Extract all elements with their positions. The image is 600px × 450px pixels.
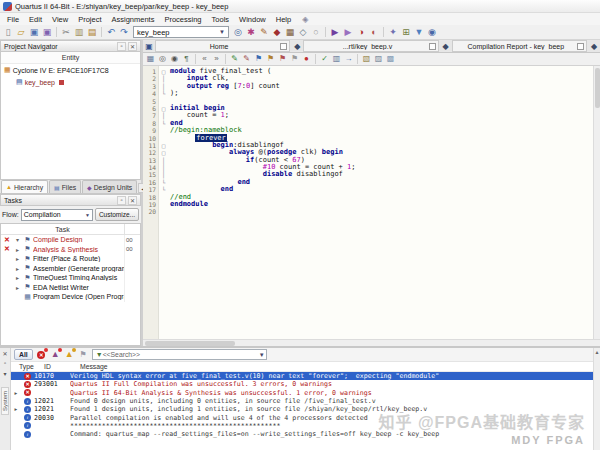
menu-item-tools[interactable]: Tools: [207, 15, 235, 24]
info-filter-icon[interactable]: ⚑: [78, 349, 89, 360]
critical-warning-filter-icon[interactable]: ▲: [50, 349, 61, 360]
expander-icon[interactable]: ▸: [13, 274, 22, 281]
tab-files[interactable]: ▤Files: [49, 180, 81, 193]
bookmark-clear-icon[interactable]: ⚑: [289, 54, 300, 65]
document-tab[interactable]: Home: [155, 40, 290, 52]
message-row[interactable]: i***************************************…: [11, 422, 593, 430]
copy-icon[interactable]: ▥: [73, 26, 85, 38]
cut-icon[interactable]: ✂: [60, 26, 72, 38]
entity-combobox[interactable]: key_beep ▼: [133, 26, 229, 38]
save-all-icon[interactable]: ▣: [41, 26, 53, 38]
message-search-combobox[interactable]: ▼ <<Search>> ▼: [92, 349, 267, 360]
dock-icon[interactable]: ▾: [1, 369, 10, 377]
code-line[interactable]: count = 1;: [170, 112, 593, 119]
message-row[interactable]: ✕10170Verilog HDL syntax error at five_f…: [11, 372, 593, 380]
syntax-check-icon[interactable]: ✓: [319, 54, 330, 65]
menu-item-file[interactable]: File: [2, 15, 24, 24]
float-icon[interactable]: ▫: [117, 42, 126, 51]
menu-item-project[interactable]: Project: [73, 15, 106, 24]
window-icon[interactable]: ▣: [143, 42, 155, 51]
bookmark-icon[interactable]: ⚑: [253, 54, 264, 65]
redo-icon[interactable]: ↷: [118, 26, 130, 38]
tab-design-units[interactable]: ◆Design Units: [82, 180, 137, 193]
outdent-icon[interactable]: «: [199, 54, 210, 65]
code-line[interactable]: //begin:nameblock: [170, 127, 593, 134]
code-line[interactable]: );: [170, 90, 593, 97]
fold-marker-icon[interactable]: □: [159, 149, 168, 156]
goto-icon[interactable]: →: [343, 54, 354, 65]
message-row[interactable]: iCommand: quartus_map --read_settings_fi…: [11, 430, 593, 438]
chip-planner-icon[interactable]: ✦: [387, 26, 399, 38]
code-line[interactable]: end: [170, 179, 593, 186]
message-row[interactable]: i12021Found 0 design units, including 0 …: [11, 397, 593, 405]
task-row[interactable]: ▸⚑Fitter (Place & Route): [1, 254, 140, 264]
document-tab[interactable]: Compilation Report - key_beep: [452, 40, 587, 52]
task-row[interactable]: ▸⚑TimeQuest Timing Analysis: [1, 273, 140, 283]
expander-icon[interactable]: ▸: [13, 284, 22, 291]
tab-hierarchy[interactable]: ▲Hierarchy: [1, 180, 48, 193]
code-editor[interactable]: 1234567891011121314151617181920 □││└□│└□…: [143, 66, 600, 339]
document-tab[interactable]: ...rtl/key_beep.v: [303, 40, 438, 52]
code-line[interactable]: module five_final_test (: [170, 68, 593, 75]
breakpoint-icon[interactable]: ●: [301, 54, 312, 65]
split-window-icon[interactable]: ▥: [331, 54, 342, 65]
close-icon[interactable]: ✕: [1, 349, 10, 357]
device-icon[interactable]: ▦: [284, 26, 296, 38]
editor-vertical-scrollbar[interactable]: [593, 66, 600, 339]
task-row[interactable]: ▦Program Device (Open Programmer): [1, 292, 140, 302]
menu-item-help[interactable]: Help: [271, 15, 296, 24]
chevron-down-icon[interactable]: ▼: [259, 352, 265, 358]
code-line[interactable]: output reg [7:0] count: [170, 83, 593, 90]
expander-icon[interactable]: ▸: [11, 406, 21, 412]
message-row[interactable]: ▸✕Quartus II 64-Bit Analysis & Synthesis…: [11, 389, 593, 397]
task-row[interactable]: ✕▸⚑Analysis & Synthesis00: [1, 245, 140, 255]
bookmark-next-icon[interactable]: ⚑: [265, 54, 276, 65]
message-row[interactable]: i20030Parallel compilation is enabled an…: [11, 413, 593, 421]
pin-planner-icon[interactable]: ◆: [271, 26, 283, 38]
fold-marker-icon[interactable]: □: [159, 142, 168, 149]
programmer-icon[interactable]: ▼: [413, 26, 425, 38]
menu-item-window[interactable]: Window: [234, 15, 271, 24]
float-icon[interactable]: ▫: [1, 359, 10, 367]
customize-button[interactable]: Customize...: [95, 208, 139, 221]
scroll-up-icon[interactable]: ▲: [595, 349, 600, 355]
report-icon[interactable]: ◐: [368, 26, 380, 38]
open-file-icon[interactable]: ▱: [15, 26, 27, 38]
code-line[interactable]: endmodule: [170, 201, 593, 208]
code-area[interactable]: module five_final_test ( input clk, outp…: [168, 66, 593, 339]
system-console-icon[interactable]: ◉: [426, 26, 438, 38]
template-icon[interactable]: ▩: [385, 54, 396, 65]
close-icon[interactable]: ✕: [128, 196, 137, 205]
code-line[interactable]: [170, 208, 593, 215]
menu-item-edit[interactable]: Edit: [24, 15, 47, 24]
chevron-down-icon[interactable]: ▼: [217, 27, 227, 37]
comment-icon[interactable]: ✎: [229, 54, 240, 65]
save-icon[interactable]: ▣: [28, 26, 40, 38]
editor-horizontal-scrollbar[interactable]: [143, 339, 600, 346]
start-compilation-icon[interactable]: ▶: [329, 26, 341, 38]
menu-item-processing[interactable]: Processing: [159, 15, 206, 24]
search-icon[interactable]: ◎: [232, 26, 244, 38]
netlist-viewer-icon[interactable]: ◇: [297, 26, 309, 38]
settings-icon[interactable]: ✱: [245, 26, 257, 38]
paste-icon[interactable]: ▤: [86, 26, 98, 38]
code-line[interactable]: end: [170, 186, 593, 193]
new-file-icon[interactable]: ▯: [2, 26, 14, 38]
message-row[interactable]: ▸i12021Found 1 design units, including 1…: [11, 405, 593, 413]
bookmark-prev-icon[interactable]: ⚑: [277, 54, 288, 65]
task-row[interactable]: ▸⚑EDA Netlist Writer: [1, 283, 140, 293]
start-analysis-icon[interactable]: ▶: [342, 26, 354, 38]
file-info-icon[interactable]: ▦: [145, 54, 156, 65]
open-containing-icon[interactable]: ▧: [361, 54, 372, 65]
menu-item-assignments[interactable]: Assignments: [107, 15, 160, 24]
compare-files-icon[interactable]: ▨: [373, 54, 384, 65]
task-row[interactable]: ▸⚑Assembler (Generate programming files): [1, 264, 140, 274]
expander-icon[interactable]: ▾: [13, 236, 22, 243]
indent-icon[interactable]: »: [211, 54, 222, 65]
timequest-icon[interactable]: ◑: [355, 26, 367, 38]
restore-button[interactable]: [577, 43, 584, 50]
restore-button[interactable]: [429, 43, 436, 50]
warning-filter-icon[interactable]: ▲: [64, 349, 75, 360]
expander-icon[interactable]: ▸: [13, 246, 22, 253]
tree-row[interactable]: ▤key_beep: [1, 76, 140, 88]
